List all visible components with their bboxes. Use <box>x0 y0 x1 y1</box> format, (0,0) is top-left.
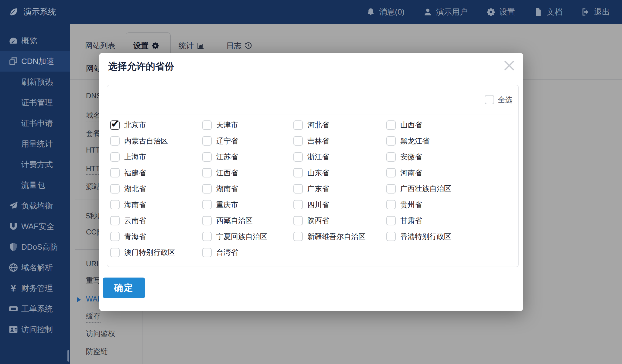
close-icon[interactable] <box>502 58 517 73</box>
province-checkbox-item[interactable]: 湖南省 <box>202 184 293 194</box>
province-checkbox[interactable] <box>110 184 120 194</box>
province-checkbox[interactable] <box>202 136 212 146</box>
province-checkbox-item[interactable]: 吉林省 <box>293 136 386 146</box>
sidebar-item-tickets[interactable]: 工单系统 <box>0 298 70 319</box>
sidebar-item-finance[interactable]: ¥财务管理 <box>0 278 70 298</box>
topbar-item-user[interactable]: 演示用户 <box>423 7 468 17</box>
province-checkbox[interactable] <box>293 232 303 241</box>
province-checkbox[interactable] <box>110 168 120 177</box>
province-checkbox-item[interactable]: 云南省 <box>110 216 202 225</box>
province-list-panel: 全选 北京市天津市河北省山西省内蒙古自治区辽宁省吉林省黑龙江省上海市江苏省浙江省… <box>107 85 519 267</box>
province-checkbox[interactable] <box>110 152 120 162</box>
province-checkbox-item[interactable]: 内蒙古自治区 <box>110 136 202 146</box>
province-checkbox[interactable] <box>386 136 396 146</box>
sidebar-item-overview[interactable]: 概览 <box>0 30 70 51</box>
topbar-item-messages[interactable]: 消息(0) <box>366 7 405 17</box>
sidebar-item-waf[interactable]: WAF安全 <box>0 216 70 237</box>
province-checkbox-item[interactable]: 澳门特别行政区 <box>110 248 202 257</box>
province-checkbox[interactable] <box>202 168 212 177</box>
sidebar-item-label: 域名解析 <box>21 262 53 273</box>
province-checkbox-item[interactable]: 新疆维吾尔自治区 <box>293 232 386 241</box>
province-checkbox-item[interactable]: 湖北省 <box>110 184 202 194</box>
confirm-button[interactable]: 确定 <box>103 278 145 298</box>
topbar-item-docs[interactable]: 文档 <box>534 7 562 17</box>
sidebar-item-usage-stats[interactable]: 用量统计 <box>0 133 70 154</box>
province-checkbox-item[interactable]: 宁夏回族自治区 <box>202 232 293 241</box>
sidebar-item-refresh-preheat[interactable]: 刷新预热 <box>0 72 70 92</box>
sidebar-item-label: 用量统计 <box>21 139 53 149</box>
province-label: 安徽省 <box>400 152 422 162</box>
province-checkbox-item[interactable]: 福建省 <box>110 168 202 178</box>
province-checkbox[interactable] <box>110 200 120 209</box>
province-checkbox[interactable] <box>202 200 212 209</box>
sidebar-scrollbar-thumb[interactable] <box>67 350 69 362</box>
province-checkbox-item[interactable]: 山东省 <box>293 168 386 178</box>
topbar-item-logout[interactable]: 退出 <box>581 7 610 17</box>
province-checkbox[interactable] <box>202 152 212 162</box>
sidebar-item-cert-manage[interactable]: 证书管理 <box>0 92 70 113</box>
province-checkbox-item[interactable]: 安徽省 <box>386 152 516 162</box>
province-checkbox-item[interactable]: 辽宁省 <box>202 136 293 146</box>
province-checkbox-item[interactable]: 河南省 <box>386 168 516 178</box>
province-checkbox-item[interactable]: 四川省 <box>293 200 386 210</box>
province-checkbox-item[interactable]: 北京市 <box>110 120 202 130</box>
province-checkbox-item[interactable]: 广西壮族自治区 <box>386 184 516 194</box>
province-checkbox-item[interactable]: 江苏省 <box>202 152 293 162</box>
province-checkbox[interactable] <box>293 184 303 194</box>
province-checkbox-item[interactable]: 香港特别行政区 <box>386 232 516 241</box>
province-checkbox-item[interactable]: 江西省 <box>202 168 293 178</box>
province-checkbox-item[interactable]: 广东省 <box>293 184 386 194</box>
province-checkbox[interactable] <box>386 120 396 130</box>
province-checkbox[interactable] <box>110 216 120 225</box>
province-checkbox[interactable] <box>110 232 120 241</box>
select-all-row[interactable]: 全选 <box>107 85 512 114</box>
province-checkbox-item[interactable]: 河北省 <box>293 120 386 130</box>
province-checkbox-item[interactable]: 陕西省 <box>293 216 386 225</box>
province-checkbox-item[interactable]: 山西省 <box>386 120 516 130</box>
province-checkbox[interactable] <box>293 168 303 177</box>
file-icon <box>534 8 543 16</box>
province-checkbox-item[interactable]: 重庆市 <box>202 200 293 210</box>
province-checkbox[interactable] <box>386 168 396 177</box>
province-checkbox-item[interactable]: 甘肃省 <box>386 216 516 225</box>
sidebar-item-cert-apply[interactable]: 证书申请 <box>0 113 70 133</box>
province-checkbox[interactable] <box>386 200 396 209</box>
topbar-item-settings[interactable]: 设置 <box>487 7 515 17</box>
sidebar-item-billing-mode[interactable]: 计费方式 <box>0 154 70 175</box>
province-checkbox[interactable] <box>202 216 212 225</box>
province-checkbox-item[interactable]: 西藏自治区 <box>202 216 293 225</box>
province-checkbox[interactable] <box>202 120 212 130</box>
province-checkbox[interactable] <box>202 248 212 257</box>
province-checkbox-item[interactable]: 海南省 <box>110 200 202 210</box>
sidebar-item-dns-resolve[interactable]: 域名解析 <box>0 257 70 278</box>
sidebar-item-ddos[interactable]: DDoS高防 <box>0 237 70 257</box>
sidebar-item-access-control[interactable]: 访问控制 <box>0 319 70 340</box>
sidebar-item-traffic-pack[interactable]: 流量包 <box>0 175 70 195</box>
province-checkbox-item[interactable]: 黑龙江省 <box>386 136 516 146</box>
province-checkbox[interactable] <box>386 216 396 225</box>
province-checkbox[interactable] <box>110 120 120 130</box>
province-checkbox[interactable] <box>202 232 212 241</box>
province-checkbox[interactable] <box>293 120 303 130</box>
province-checkbox[interactable] <box>386 184 396 194</box>
province-checkbox-item[interactable]: 贵州省 <box>386 200 516 210</box>
province-checkbox[interactable] <box>110 248 120 257</box>
province-checkbox-item[interactable]: 上海市 <box>110 152 202 162</box>
province-checkbox[interactable] <box>293 200 303 209</box>
sidebar-item-cdn[interactable]: CDN加速 <box>0 51 70 72</box>
province-checkbox[interactable] <box>386 152 396 162</box>
province-checkbox[interactable] <box>202 184 212 194</box>
province-checkbox-item[interactable]: 台湾省 <box>202 248 293 257</box>
province-checkbox[interactable] <box>293 136 303 146</box>
province-checkbox[interactable] <box>386 232 396 241</box>
province-checkbox[interactable] <box>293 152 303 162</box>
province-checkbox[interactable] <box>293 216 303 225</box>
province-checkbox-item[interactable]: 青海省 <box>110 232 202 241</box>
province-label: 陕西省 <box>307 216 329 225</box>
select-all-checkbox[interactable] <box>485 95 494 104</box>
sidebar-item-load-balance[interactable]: 负载均衡 <box>0 195 70 216</box>
province-checkbox[interactable] <box>110 136 120 146</box>
sidebar-item-label: 工单系统 <box>21 304 53 314</box>
province-checkbox-item[interactable]: 浙江省 <box>293 152 386 162</box>
province-checkbox-item[interactable]: 天津市 <box>202 120 293 130</box>
